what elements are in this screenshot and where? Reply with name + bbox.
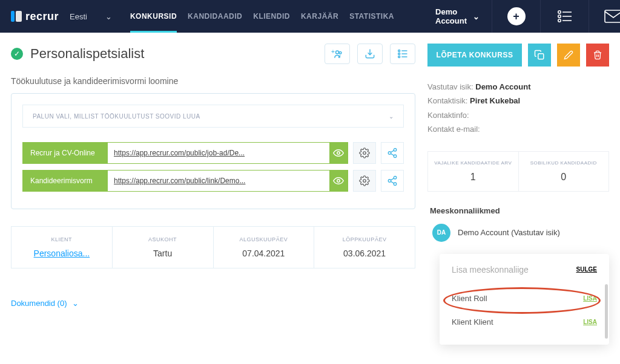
popup-add-button[interactable]: LISA xyxy=(583,295,597,302)
share-button[interactable] xyxy=(381,170,404,192)
links-panel: PALUN VALI, MILLIST TÖÖKUULUTUST SOOVID … xyxy=(11,93,415,209)
svg-point-19 xyxy=(394,149,397,152)
preview-button[interactable] xyxy=(329,171,348,191)
nav-label: KARJÄÄR xyxy=(301,12,338,21)
plus-icon: + xyxy=(507,7,526,25)
link-url[interactable]: https://app.recrur.com/public/link/Demo.… xyxy=(108,171,329,191)
status-check-icon: ✓ xyxy=(11,48,23,60)
stats: VAJALIKE KANDIDAATIDE ARV 1 SOBILIKUD KA… xyxy=(427,151,609,192)
info-value-klient[interactable]: Personaliosa... xyxy=(16,249,107,258)
info-label: KLIENT xyxy=(16,236,107,242)
field-label: Kontaktisik: xyxy=(427,96,467,105)
popup-row[interactable]: Klient Klient LISA xyxy=(452,310,597,334)
svg-text:+: + xyxy=(331,48,335,55)
info-label: LÕPPKUUPÄEV xyxy=(319,236,410,242)
info-value: Tartu xyxy=(117,249,208,258)
chevron-down-icon: ⌄ xyxy=(72,299,79,308)
topbar: recrur Eesti ⌄ KONKURSID KANDIDAADID KLI… xyxy=(0,0,620,33)
stat-label: SOBILIKUD KANDIDAADID xyxy=(521,160,607,166)
people-plus-icon: + xyxy=(331,48,343,60)
select-placeholder: PALUN VALI, MILLIST TÖÖKUULUTUST SOOVID … xyxy=(33,113,200,120)
svg-point-0 xyxy=(558,11,560,13)
link-pair: Kandideerimisvorm https://app.recrur.com… xyxy=(22,170,348,192)
nav-item-kliendid[interactable]: KLIENDID xyxy=(253,0,290,33)
nav-label: STATISTIKA xyxy=(349,12,394,21)
chevron-down-icon: ⌄ xyxy=(389,113,394,120)
gear-icon xyxy=(359,175,370,186)
share-button[interactable] xyxy=(381,142,404,164)
nav-item-konkursid[interactable]: KONKURSID xyxy=(130,0,177,33)
language-selector[interactable]: Eesti ⌄ xyxy=(70,12,130,21)
eye-icon xyxy=(333,177,344,185)
add-button[interactable]: + xyxy=(492,0,540,33)
preview-button[interactable] xyxy=(329,143,348,163)
popup-close-button[interactable]: SULGE xyxy=(576,266,597,273)
svg-point-26 xyxy=(394,177,397,180)
stat-value: 1 xyxy=(430,172,516,183)
stat-label: VAJALIKE KANDIDAATIDE ARV xyxy=(430,160,516,166)
link-label: Kandideerimisvorm xyxy=(23,171,108,191)
end-competition-button[interactable]: LÕPETA KONKURSS xyxy=(427,44,522,67)
brand-label: recrur xyxy=(25,10,59,23)
svg-point-17 xyxy=(337,152,340,155)
svg-rect-6 xyxy=(605,10,620,22)
nav-label: KONKURSID xyxy=(130,12,177,21)
stat-value: 0 xyxy=(521,172,607,183)
mail-button[interactable] xyxy=(589,0,620,33)
svg-point-24 xyxy=(337,180,340,183)
nav-label: KANDIDAADID xyxy=(188,12,242,21)
stat-suitable: SOBILIKUD KANDIDAADID 0 xyxy=(519,152,609,191)
add-candidates-button[interactable]: + xyxy=(325,44,350,64)
delete-button[interactable] xyxy=(586,44,609,67)
eye-icon xyxy=(333,149,344,157)
copy-button[interactable] xyxy=(528,44,551,67)
link-label: Recrur ja CV-Online xyxy=(23,143,108,163)
side-info: Vastutav isik: Demo Account Kontaktisik:… xyxy=(427,80,609,137)
info-cell-klient: KLIENT Personaliosa... xyxy=(12,227,113,268)
popup-row-label: Klient Klient xyxy=(452,317,493,327)
tasks-button[interactable] xyxy=(540,0,589,33)
job-ad-type-select[interactable]: PALUN VALI, MILLIST TÖÖKUULUTUST SOOVID … xyxy=(22,105,404,128)
export-button[interactable] xyxy=(357,44,383,64)
nav-item-statistika[interactable]: STATISTIKA xyxy=(349,0,394,33)
section-heading: Töökuulutuse ja kandideerimisvormi loomi… xyxy=(11,76,415,86)
svg-point-8 xyxy=(336,51,339,54)
popup-row[interactable]: Klient Roll LISA xyxy=(452,287,597,310)
field-value: Demo Account xyxy=(475,82,530,91)
nav-item-kandidaadid[interactable]: KANDIDAADID xyxy=(188,0,242,33)
scrollbar[interactable] xyxy=(605,284,608,339)
svg-point-27 xyxy=(388,180,391,183)
field-label: Vastutav isik: xyxy=(427,82,473,91)
field-label: Kontakt e-mail: xyxy=(427,125,480,134)
settings-button[interactable] xyxy=(353,170,376,192)
info-value: 07.04.2021 xyxy=(219,249,309,258)
info-grid: KLIENT Personaliosa... ASUKOHT Tartu ALG… xyxy=(11,226,415,268)
member-name: Demo Account (Vastutav isik) xyxy=(458,228,560,237)
chevron-down-icon: ⌄ xyxy=(105,12,112,21)
info-cell-lopp: LÕPPKUUPÄEV 03.06.2021 xyxy=(314,227,415,268)
edit-button[interactable] xyxy=(557,44,580,67)
button-label: LÕPETA KONKURSS xyxy=(437,51,513,59)
logo-mark-icon xyxy=(11,11,22,22)
info-cell-algus: ALGUSKUUPÄEV 07.04.2021 xyxy=(214,227,315,268)
view-list-button[interactable] xyxy=(390,44,415,64)
download-tray-icon xyxy=(364,48,376,60)
link-url[interactable]: https://app.recrur.com/public/job-ad/De.… xyxy=(108,143,329,163)
info-label: ASUKOHT xyxy=(117,236,208,242)
account-menu[interactable]: Demo Account ⌄ xyxy=(423,7,492,25)
pencil-icon xyxy=(564,50,573,60)
logo[interactable]: recrur xyxy=(0,10,70,23)
gear-icon xyxy=(359,148,370,158)
info-cell-asukoht: ASUKOHT Tartu xyxy=(113,227,214,268)
svg-point-2 xyxy=(558,15,560,18)
info-label: ALGUSKUUPÄEV xyxy=(219,236,309,242)
nav-item-karjaar[interactable]: KARJÄÄR xyxy=(301,0,338,33)
popup-add-button[interactable]: LISA xyxy=(583,319,597,325)
avatar: DA xyxy=(432,224,450,242)
documents-link[interactable]: Dokumendid (0) ⌄ xyxy=(11,299,415,308)
team-heading: Meeskonnaliikmed xyxy=(427,206,609,215)
svg-point-9 xyxy=(339,52,341,54)
settings-button[interactable] xyxy=(353,142,376,164)
add-member-popup: Lisa meeskonnaliige SULGE Klient Roll LI… xyxy=(440,254,609,345)
main-column: ✓ Personalispetsialist + xyxy=(11,44,415,345)
